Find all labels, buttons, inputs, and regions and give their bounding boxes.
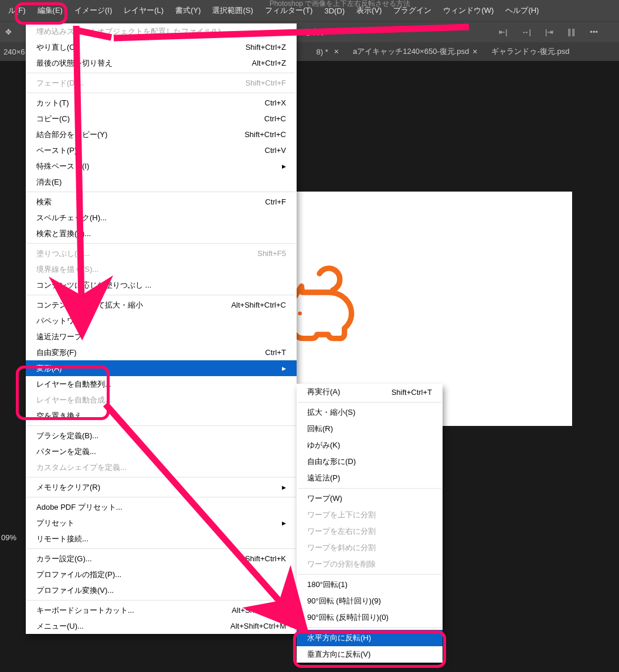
edit-menu-item[interactable]: 最後の状態を切り替えAlt+Ctrl+Z <box>26 55 297 71</box>
menu-separator <box>27 477 295 477</box>
transform-submenu-item-label: ワープを左右に分割 <box>307 526 432 537</box>
edit-menu-dropdown: 埋め込みスマートオブジェクトを配置したファイル(L)やり直し(O)Shift+C… <box>26 23 297 634</box>
edit-menu-item[interactable]: やり直し(O)Shift+Ctrl+Z <box>26 39 297 55</box>
edit-menu-item-label: カラー設定(G)... <box>36 554 245 564</box>
edit-menu-item[interactable]: キーボードショートカット...Alt+Shift+Ctrl+K <box>26 602 297 618</box>
edit-menu-item[interactable]: ペースト(P)Ctrl+V <box>26 142 297 158</box>
edit-menu-item-label: パペットワープ <box>36 316 286 326</box>
edit-menu-item-label: カット(T) <box>36 98 265 108</box>
edit-menu-item[interactable]: 空を置き換え... <box>26 408 297 424</box>
transform-submenu-item-label: 90°回転 (時計回り)(9) <box>307 596 432 606</box>
transform-submenu-item-label: ワープの分割を削除 <box>307 559 432 569</box>
edit-menu-item[interactable]: リモート接続... <box>26 531 297 547</box>
transform-submenu-item[interactable]: 回転(R) <box>297 421 443 437</box>
transform-submenu-item-label: ゆがみ(K) <box>307 440 432 451</box>
shortcut-label: Ctrl+C <box>264 114 286 123</box>
tab-doc-3[interactable]: ギャランドゥ-復元.psd <box>484 43 576 60</box>
edit-menu-item[interactable]: カラー設定(G)...Shift+Ctrl+K <box>26 551 297 567</box>
edit-menu-item[interactable]: 特殊ペースト(I)▶ <box>26 158 297 174</box>
edit-menu-item[interactable]: カット(T)Ctrl+X <box>26 95 297 111</box>
shortcut-label: Shift+Ctrl+C <box>244 130 286 139</box>
menu-help[interactable]: ヘルプ(H) <box>499 1 545 20</box>
transform-submenu-item-label: 水平方向に反転(H) <box>307 633 432 643</box>
edit-menu-item-label: 検索 <box>36 197 265 207</box>
transform-submenu-item-label: 自由な形に(D) <box>307 456 432 467</box>
edit-menu-item[interactable]: Adobe PDF プリセット... <box>26 499 297 515</box>
transform-submenu-item-label: ワープを上下に分割 <box>307 510 432 520</box>
edit-menu-item[interactable]: レイヤーを自動整列... <box>26 376 297 392</box>
menu-file-partial[interactable]: ル(F) <box>2 1 32 20</box>
distribute-h-icon[interactable]: ‖‖ <box>567 28 576 36</box>
align-center-h-icon[interactable]: ↔| <box>522 28 531 36</box>
transform-submenu-item: ワープを左右に分割 <box>297 523 443 540</box>
edit-menu-item-label: 最後の状態を切り替え <box>36 58 251 69</box>
edit-menu-item-label: やり直し(O) <box>36 42 246 53</box>
menu-edit[interactable]: 編集(E) <box>32 1 69 20</box>
transform-submenu-item[interactable]: 自由な形に(D) <box>297 453 443 470</box>
edit-menu-item[interactable]: パターンを定義... <box>26 444 297 459</box>
edit-menu-item[interactable]: 結合部分をコピー(Y)Shift+Ctrl+C <box>26 127 297 142</box>
edit-menu-item[interactable]: 検索と置換(X)... <box>26 226 297 241</box>
edit-menu-item[interactable]: コンテンツに応じた塗りつぶし ... <box>26 277 297 293</box>
edit-menu-item[interactable]: 変形(A)▶ <box>26 360 297 376</box>
edit-menu-item[interactable]: パペットワープ <box>26 313 297 329</box>
menu-image[interactable]: イメージ(I) <box>69 1 118 20</box>
edit-menu-item[interactable]: スペルチェック(H)... <box>26 210 297 226</box>
edit-menu-item[interactable]: 自由変形(F)Ctrl+T <box>26 344 297 360</box>
menu-separator <box>27 73 295 73</box>
window-title: Photoshop で画像を上下左右反転させる方法 <box>199 0 481 9</box>
edit-menu-item-label: ブラシを定義(B)... <box>36 431 286 441</box>
edit-menu-item-label: リモート接続... <box>36 534 286 544</box>
shortcut-label: Shift+Ctrl+Z <box>246 43 286 52</box>
tab-doc-2[interactable]: aアイキャッチ1240×650-復元.psd× <box>346 43 485 60</box>
transform-submenu-item[interactable]: 遠近法(P) <box>297 470 443 486</box>
edit-menu-item-label: コピー(C) <box>36 114 264 124</box>
edit-menu-item[interactable]: 消去(E) <box>26 174 297 190</box>
menu-separator <box>298 574 441 575</box>
edit-menu-item[interactable]: コピー(C)Ctrl+C <box>26 111 297 127</box>
edit-menu-item-label: コンテンツに応じて拡大・縮小 <box>36 300 231 311</box>
menu-layer[interactable]: レイヤー(L) <box>118 1 169 20</box>
menu-separator <box>27 497 295 497</box>
edit-menu-item[interactable]: コンテンツに応じて拡大・縮小Alt+Shift+Ctrl+C <box>26 297 297 313</box>
edit-menu-item[interactable]: ブラシを定義(B)... <box>26 428 297 444</box>
transform-submenu-item[interactable]: 90°回転 (時計回り)(9) <box>297 593 443 609</box>
toolbar-label: を表示 <box>304 27 326 37</box>
edit-menu-item-label: 検索と置換(X)... <box>36 228 286 239</box>
move-tool-icon[interactable]: ✥ <box>0 28 16 36</box>
more-options-icon[interactable]: ••• <box>590 28 598 36</box>
transform-submenu-item[interactable]: 垂直方向に反転(V) <box>297 646 443 663</box>
edit-menu-item[interactable]: プロファイルの指定(P)... <box>26 567 297 582</box>
transform-submenu-item[interactable]: ゆがみ(K) <box>297 437 443 453</box>
tab-doc-partial[interactable]: 8) *× <box>310 43 346 60</box>
edit-menu-item[interactable]: プロファイル変換(V)... <box>26 582 297 598</box>
edit-menu-item: 埋め込みスマートオブジェクトを配置したファイル(L) <box>26 23 297 39</box>
transform-submenu-item[interactable]: 水平方向に反転(H) <box>297 630 443 646</box>
menu-separator <box>27 548 295 549</box>
edit-menu-item-label: ペースト(P) <box>36 145 265 156</box>
edit-menu-item[interactable]: 検索Ctrl+F <box>26 194 297 210</box>
transform-submenu-item[interactable]: 拡大・縮小(S) <box>297 404 443 421</box>
edit-menu-item[interactable]: メニュー(U)...Alt+Shift+Ctrl+M <box>26 618 297 634</box>
transform-submenu-item[interactable]: 再実行(A)Shift+Ctrl+T <box>297 384 443 400</box>
transform-submenu-item-label: 遠近法(P) <box>307 473 432 483</box>
edit-menu-item-label: コンテンツに応じた塗りつぶし ... <box>36 280 286 291</box>
edit-menu-item[interactable]: 遠近法ワープ <box>26 329 297 344</box>
align-right-icon[interactable]: |⇥ <box>545 28 553 36</box>
edit-menu-item[interactable]: プリセット▶ <box>26 515 297 531</box>
shortcut-label: Shift+Ctrl+F <box>246 79 286 87</box>
menu-separator <box>27 600 295 601</box>
edit-menu-item[interactable]: メモリをクリア(R)▶ <box>26 479 297 495</box>
menu-separator <box>27 93 295 93</box>
close-icon[interactable]: × <box>472 47 477 56</box>
transform-submenu-item[interactable]: 90°回転 (反時計回り)(0) <box>297 609 443 626</box>
shortcut-label: Shift+Ctrl+K <box>245 554 286 563</box>
transform-submenu-item[interactable]: ワープ(W) <box>297 490 443 507</box>
close-icon[interactable]: × <box>334 47 339 56</box>
edit-menu-item-label: 埋め込みスマートオブジェクトを配置したファイル(L) <box>36 26 286 37</box>
align-left-icon[interactable]: ⇤| <box>499 28 507 36</box>
transform-submenu-item[interactable]: 180°回転(1) <box>297 577 443 593</box>
edit-menu-item-label: スペルチェック(H)... <box>36 213 286 223</box>
transform-submenu-item: ワープを斜めに分割 <box>297 540 443 556</box>
svg-point-0 <box>298 312 302 316</box>
